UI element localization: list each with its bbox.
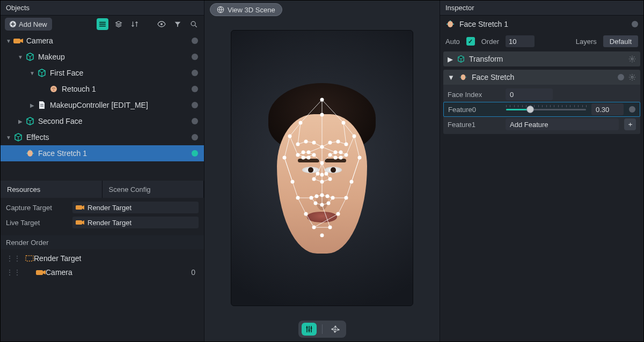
view-3d-scene-button[interactable]: View 3D Scene <box>210 3 282 16</box>
tree-row-label: MakeupController [EDIT_ME] <box>50 101 190 109</box>
transform-header[interactable]: ▶ Transform <box>443 51 640 66</box>
gear-icon[interactable] <box>628 73 636 81</box>
svg-point-123 <box>320 203 324 206</box>
disclosure-arrow-icon[interactable]: ▶ <box>28 102 36 108</box>
filter-icon[interactable] <box>172 18 184 30</box>
visibility-toggle[interactable] <box>190 100 200 110</box>
drag-handle-icon[interactable]: ⋮⋮ <box>6 254 21 263</box>
tree-row-effects[interactable]: ▼Effects <box>1 129 204 145</box>
disclosure-arrow-icon[interactable]: ▼ <box>17 54 24 60</box>
eye-icon[interactable] <box>156 18 167 30</box>
svg-line-70 <box>284 136 290 158</box>
tree-row-face-stretch-1[interactable]: Face Stretch 1 <box>1 145 204 161</box>
svg-point-104 <box>334 155 338 159</box>
camera-icon <box>13 36 23 46</box>
live-target-value[interactable]: Render Target <box>72 217 199 228</box>
svg-point-88 <box>304 139 308 143</box>
tab-scene-config[interactable]: Scene Config <box>103 181 204 198</box>
svg-point-94 <box>302 150 305 154</box>
svg-point-120 <box>326 194 330 198</box>
gear-icon[interactable] <box>628 55 636 63</box>
svg-line-76 <box>322 147 335 152</box>
render-order-row[interactable]: ⋮⋮Render Target <box>1 251 204 265</box>
plus-icon[interactable]: ＋ <box>624 118 636 130</box>
feature0-slider[interactable] <box>506 103 586 115</box>
svg-rect-3 <box>13 39 20 43</box>
svg-line-75 <box>309 147 322 152</box>
svg-point-109 <box>325 172 328 175</box>
tree-row-label: Retouch 1 <box>62 85 190 93</box>
layers-label: Layers <box>576 38 597 46</box>
visibility-toggle[interactable] <box>190 36 200 46</box>
capture-target-value[interactable]: Render Target <box>72 202 199 213</box>
face-index-input[interactable]: 0 <box>506 88 553 100</box>
svg-point-108 <box>320 173 324 176</box>
tab-resources[interactable]: Resources <box>1 181 103 198</box>
auto-checkbox[interactable]: ✓ <box>466 37 475 46</box>
layers-dropdown[interactable]: Default <box>603 35 638 47</box>
render-target-icon <box>76 204 84 211</box>
render-order-label: Camera <box>46 268 191 277</box>
feature0-value[interactable]: 0.30 <box>591 103 624 115</box>
preview-viewport[interactable] <box>231 30 413 306</box>
svg-point-102 <box>345 153 348 157</box>
visibility-toggle[interactable] <box>190 84 200 94</box>
visibility-toggle[interactable] <box>190 132 200 142</box>
tree-row-retouch-1[interactable]: Retouch 1 <box>1 81 204 97</box>
objects-tree: ▼Camera▼Makeup▼First FaceRetouch 1▶Makeu… <box>1 33 204 161</box>
viewport-panel: View 3D Scene <box>204 1 440 341</box>
tree-row-makeup[interactable]: ▼Makeup <box>1 49 204 65</box>
hierarchy-list-icon[interactable] <box>97 18 108 30</box>
svg-point-96 <box>312 153 316 157</box>
svg-point-128 <box>328 225 332 229</box>
facestretch-icon <box>459 73 467 81</box>
visibility-toggle[interactable] <box>190 52 200 62</box>
tree-row-second-face[interactable]: ▶Second Face <box>1 113 204 129</box>
svg-point-99 <box>328 153 332 157</box>
add-new-button[interactable]: Add New <box>5 18 52 31</box>
svg-point-79 <box>320 98 324 101</box>
enable-toggle[interactable] <box>632 21 638 27</box>
rt-icon <box>25 255 34 262</box>
transform-component: ▶ Transform <box>443 51 640 66</box>
sort-icon[interactable] <box>129 18 141 30</box>
app-root: Objects Add New ▼Camera▼Makeup▼First Fac… <box>0 0 644 342</box>
visibility-toggle[interactable] <box>190 116 200 126</box>
facestretch-header[interactable]: ▼ Face Stretch <box>443 70 640 85</box>
retouch-icon <box>49 84 58 94</box>
svg-point-97 <box>307 155 311 159</box>
visibility-toggle[interactable] <box>190 148 200 158</box>
tree-row-makeupcontroller-edit-me-[interactable]: ▶MakeupController [EDIT_ME] <box>1 97 204 113</box>
render-order-row[interactable]: ⋮⋮Camera0 <box>1 265 204 279</box>
visibility-toggle[interactable] <box>190 68 200 78</box>
svg-point-119 <box>320 193 324 197</box>
svg-point-115 <box>296 196 300 199</box>
facestretch-component: ▼ Face Stretch Face Index 0 Feature0 <box>443 70 640 134</box>
tree-row-camera[interactable]: ▼Camera <box>1 33 204 49</box>
svg-point-82 <box>342 121 346 124</box>
svg-point-103 <box>339 155 343 159</box>
sliders-tool-icon[interactable] <box>302 323 317 336</box>
svg-point-107 <box>316 172 320 175</box>
objects-panel: Objects Add New ▼Camera▼Makeup▼First Fac… <box>1 1 204 341</box>
mesh-tool-icon[interactable] <box>328 323 343 336</box>
drag-handle-icon[interactable]: ⋮⋮ <box>6 268 21 277</box>
feature0-reset[interactable] <box>629 106 635 113</box>
svg-line-44 <box>298 198 306 214</box>
disclosure-arrow-icon[interactable]: ▼ <box>28 70 36 76</box>
layers-icon[interactable] <box>113 18 125 30</box>
tree-row-first-face[interactable]: ▼First Face <box>1 65 204 81</box>
svg-point-86 <box>358 155 362 159</box>
svg-point-140 <box>631 76 633 78</box>
disclosure-arrow-icon[interactable]: ▼ <box>5 38 12 44</box>
disclosure-arrow-icon[interactable]: ▼ <box>5 135 12 140</box>
component-enable-toggle[interactable] <box>618 74 624 80</box>
order-input[interactable]: 10 <box>506 35 535 47</box>
disclosure-arrow-icon[interactable]: ▶ <box>17 118 24 124</box>
plus-icon <box>10 21 16 27</box>
search-icon[interactable] <box>188 18 200 30</box>
viewport-tool-dock <box>298 321 346 338</box>
add-feature-button[interactable]: Add Feature <box>506 118 619 130</box>
objects-toolbar: Add New <box>1 16 204 33</box>
svg-line-48 <box>346 182 352 198</box>
